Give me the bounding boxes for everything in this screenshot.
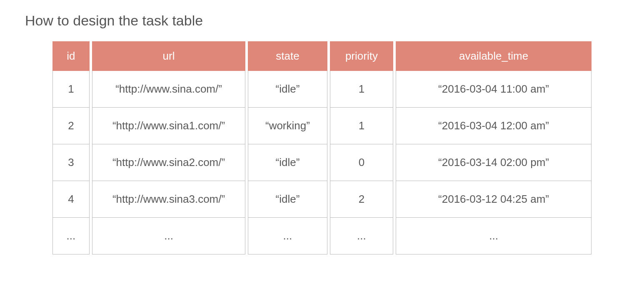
cell-id: 3 (52, 144, 90, 181)
header-id: id (52, 41, 90, 71)
header-available-time: available_time (396, 41, 592, 71)
cell-available-time: “2016-03-14 02:00 pm” (396, 144, 592, 181)
cell-priority: 1 (330, 108, 393, 144)
cell-state: “idle” (248, 71, 327, 108)
cell-state: ... (248, 218, 327, 254)
table-row: 1 “http://www.sina.com/” “idle” 1 “2016-… (52, 71, 592, 108)
table-row: 2 “http://www.sina1.com/” “working” 1 “2… (52, 108, 592, 144)
cell-available-time: “2016-03-12 04:25 am” (396, 181, 592, 218)
cell-available-time: ... (396, 218, 592, 254)
cell-url: “http://www.sina2.com/” (92, 144, 245, 181)
page-title: How to design the task table (25, 13, 619, 29)
cell-url: ... (92, 218, 245, 254)
table-row: ... ... ... ... ... (52, 218, 592, 254)
cell-state: “idle” (248, 144, 327, 181)
table-row: 4 “http://www.sina3.com/” “idle” 2 “2016… (52, 181, 592, 218)
cell-priority: 2 (330, 181, 393, 218)
cell-available-time: “2016-03-04 11:00 am” (396, 71, 592, 108)
cell-available-time: “2016-03-04 12:00 am” (396, 108, 592, 144)
cell-priority: ... (330, 218, 393, 254)
cell-id: 1 (52, 71, 90, 108)
cell-state: “working” (248, 108, 327, 144)
cell-state: “idle” (248, 181, 327, 218)
cell-id: 4 (52, 181, 90, 218)
cell-url: “http://www.sina.com/” (92, 71, 245, 108)
cell-id: 2 (52, 108, 90, 144)
header-url: url (92, 41, 245, 71)
cell-url: “http://www.sina1.com/” (92, 108, 245, 144)
cell-priority: 1 (330, 71, 393, 108)
table-header-row: id url state priority available_time (52, 41, 592, 71)
task-table: id url state priority available_time 1 “… (50, 41, 594, 254)
cell-id: ... (52, 218, 90, 254)
cell-priority: 0 (330, 144, 393, 181)
table-row: 3 “http://www.sina2.com/” “idle” 0 “2016… (52, 144, 592, 181)
cell-url: “http://www.sina3.com/” (92, 181, 245, 218)
task-table-wrapper: id url state priority available_time 1 “… (25, 41, 619, 254)
header-priority: priority (330, 41, 393, 71)
header-state: state (248, 41, 327, 71)
